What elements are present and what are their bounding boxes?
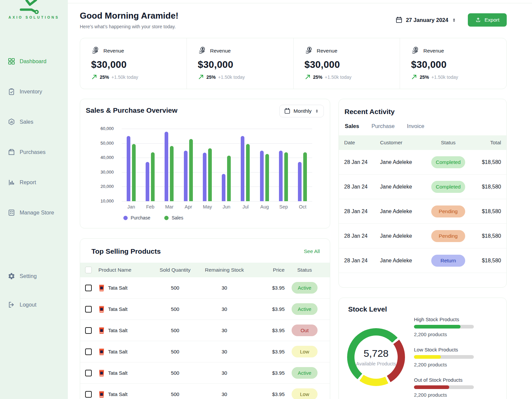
- stock-bar-label: Low Stock Products: [414, 347, 474, 352]
- row-checkbox[interactable]: [85, 285, 92, 291]
- customer-cell: Jane Adeleke: [380, 184, 427, 190]
- row-checkbox[interactable]: [85, 348, 92, 355]
- date-cell: 28 Jan 24: [344, 258, 380, 264]
- setting-icon: [7, 272, 15, 280]
- checkbox-cell: [85, 348, 98, 355]
- header-checkbox-cell: [85, 267, 98, 273]
- logout-icon: [7, 301, 15, 309]
- see-all-link[interactable]: See All: [304, 248, 320, 254]
- status-badge: Out: [292, 325, 318, 336]
- bar-purchase: [279, 151, 283, 201]
- bar-sales: [265, 154, 269, 201]
- activity-table-body: 28 Jan 24Jane AdelekeCompleted$18,58028 …: [339, 150, 506, 273]
- y-axis-tick-label: 40,000: [85, 155, 114, 160]
- activity-table-header: DateCustomerStatusTotal: [339, 135, 506, 150]
- trend-up-icon: [198, 74, 204, 80]
- table-row: Tata Salt50030$3.95Active: [80, 277, 330, 299]
- export-button-label: Export: [484, 17, 499, 23]
- export-button[interactable]: Export: [468, 13, 507, 27]
- sidebar-item-dashboard[interactable]: Dashboard: [0, 54, 68, 68]
- trend-up-icon: [411, 74, 417, 80]
- sidebar-item-purchases[interactable]: Purchases: [0, 145, 68, 159]
- product-icon: [98, 327, 105, 334]
- column-header: Price: [252, 267, 285, 273]
- sidebar-item-label: Report: [20, 179, 36, 186]
- donut-center: 5,728 Available Products: [354, 335, 398, 379]
- sidebar-item-report[interactable]: Report: [0, 175, 68, 190]
- sidebar: AXIO SOLUTIONS DashboardInventorySalesPu…: [0, 0, 68, 399]
- x-axis-tick-label: Apr: [179, 204, 198, 209]
- chart-month-slot: [274, 129, 293, 201]
- row-checkbox[interactable]: [85, 370, 92, 376]
- stock-bar-track: [414, 355, 474, 359]
- status-cell: Low: [285, 346, 325, 357]
- revenue-icon: [411, 46, 420, 55]
- table-row: 28 Jan 24Jane AdelekePending$18,580: [339, 199, 506, 224]
- manage-store-icon: [7, 208, 15, 216]
- sidebar-item-label: Purchases: [20, 149, 46, 155]
- sales-purchase-overview-card: Sales & Purchase Overview Monthly: [80, 99, 330, 228]
- chevron-updown-icon: [452, 18, 457, 23]
- status-badge: Pending: [431, 205, 465, 217]
- chart-plot-area: [122, 129, 312, 201]
- sidebar-item-label: Manage Store: [20, 209, 54, 216]
- checkbox-cell: [85, 391, 98, 398]
- cart-logo-icon: [0, 0, 68, 14]
- table-row: 28 Jan 24Jane AdelekeCompleted$18,580: [339, 150, 506, 175]
- product-name: Tata Salt: [108, 391, 127, 397]
- tab-sales[interactable]: Sales: [345, 123, 359, 135]
- row-checkbox[interactable]: [85, 391, 92, 398]
- row-checkbox[interactable]: [85, 306, 92, 313]
- chart-month-slot: [293, 129, 312, 201]
- recent-activity-card: Recent Activity SalesPurchaseInvoice Dat…: [338, 99, 507, 288]
- bar-sales: [170, 146, 174, 201]
- legend-label: Purchase: [131, 215, 150, 220]
- revenue-icon: [91, 46, 100, 55]
- y-axis-tick-label: 30,000: [85, 170, 114, 175]
- bar-purchase: [298, 162, 302, 201]
- status-badge: Completed: [431, 181, 465, 193]
- sidebar-item-setting[interactable]: Setting: [0, 269, 68, 283]
- date-picker[interactable]: 27 January 2024: [395, 16, 457, 24]
- main-area: Good Morning Aramide! Here’s what’s happ…: [68, 0, 532, 399]
- revenue-card: Revenue$30,00025%+1.50k today: [187, 38, 293, 89]
- bar-sales: [208, 148, 212, 201]
- stock-progress-bars: High Stock Products2,200 productsLow Sto…: [414, 317, 474, 399]
- x-axis-tick-label: Mar: [160, 204, 179, 209]
- column-header: Date: [344, 140, 380, 146]
- product-icon: [98, 390, 105, 398]
- tab-purchase[interactable]: Purchase: [371, 123, 395, 135]
- products-table-header: Product NameSold QuantityRemaining Stock…: [80, 263, 330, 277]
- column-header: Total: [469, 140, 501, 146]
- trend-up-icon: [91, 74, 97, 80]
- x-axis-tick-label: May: [198, 204, 217, 209]
- chart-legend: PurchaseSales: [123, 215, 183, 220]
- sidebar-item-logout[interactable]: Logout: [0, 297, 68, 312]
- revenue-value: $30,000: [198, 59, 293, 70]
- remaining-stock-cell: 30: [197, 285, 252, 291]
- remaining-stock-cell: 30: [197, 391, 252, 397]
- total-cell: $18,580: [469, 159, 501, 165]
- price-cell: $3.95: [252, 328, 285, 333]
- stock-bar-fill: [414, 325, 461, 329]
- sidebar-item-inventory[interactable]: Inventory: [0, 84, 68, 99]
- status-cell: Completed: [427, 156, 469, 168]
- select-all-checkbox[interactable]: [85, 267, 92, 273]
- stock-bar-count: 2,200 products: [414, 392, 474, 398]
- page-subtitle: Here’s what’s happening with your store …: [80, 24, 179, 29]
- stock-bar-count: 2,200 products: [414, 332, 474, 337]
- row-checkbox[interactable]: [85, 327, 92, 334]
- status-cell: Pending: [427, 205, 469, 217]
- stock-level-card: Stock Level 5,728 Available Products Hig…: [338, 298, 507, 399]
- sidebar-item-sales[interactable]: Sales: [0, 114, 68, 129]
- x-axis-tick-label: Jan: [122, 204, 141, 209]
- revenue-value: $30,000: [305, 59, 400, 70]
- sales-icon: [7, 118, 15, 126]
- table-row: 28 Jan 24Jane AdelekePending$18,580: [339, 224, 506, 248]
- sidebar-item-manage-store[interactable]: Manage Store: [0, 205, 68, 220]
- tab-invoice[interactable]: Invoice: [407, 123, 424, 135]
- y-axis-tick-label: 60,000: [85, 126, 114, 131]
- chart-month-slot: [141, 129, 160, 201]
- bar-sales: [189, 139, 193, 201]
- top-strip: [68, 0, 532, 3]
